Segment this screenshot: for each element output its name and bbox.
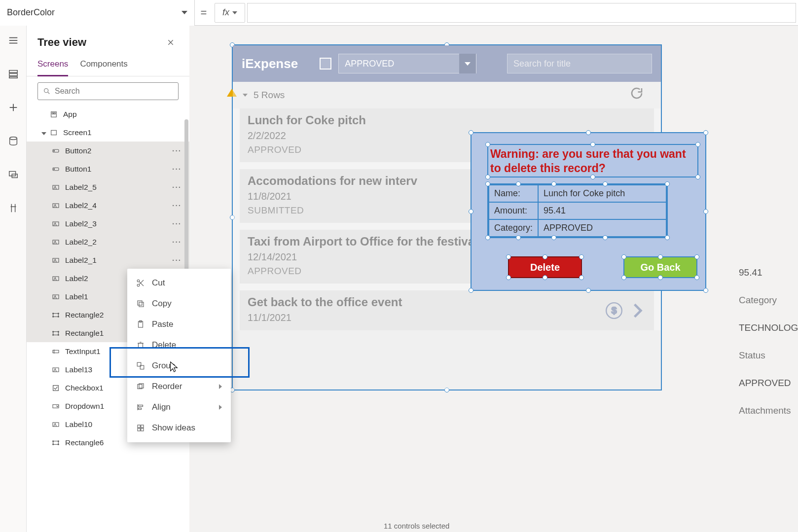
insert-icon[interactable] [3, 98, 23, 117]
more-icon[interactable]: ··· [172, 238, 181, 247]
media-icon[interactable] [3, 165, 23, 184]
svg-rect-76 [138, 301, 142, 305]
tree-item-button1[interactable]: Button1··· [27, 160, 189, 178]
tab-screens[interactable]: Screens [37, 54, 68, 76]
filter-checkbox[interactable] [320, 58, 331, 70]
detail-status-label: Status [739, 350, 798, 361]
chevron-right-icon [219, 384, 222, 389]
svg-line-39 [54, 277, 55, 281]
more-icon[interactable]: ··· [172, 165, 181, 174]
tree-item-label2_5[interactable]: Label2_5··· [27, 178, 189, 196]
chevron-down-icon[interactable] [243, 94, 248, 97]
more-icon[interactable]: ··· [172, 183, 181, 192]
tree-item-label2_2[interactable]: Label2_2··· [27, 233, 189, 251]
svg-rect-79 [139, 343, 143, 348]
svg-point-13 [44, 89, 48, 93]
scissors-icon [136, 279, 145, 287]
tools-icon[interactable] [3, 198, 23, 218]
svg-rect-18 [51, 130, 57, 135]
tree-item-label: Label2 [65, 274, 88, 283]
chevron-down-icon[interactable] [40, 128, 47, 137]
textinput-icon [51, 347, 60, 356]
svg-line-36 [54, 259, 55, 262]
tree-item-label: Label2_4 [65, 201, 97, 210]
tree-item-label2_1[interactable]: Label2_1··· [27, 251, 189, 269]
more-icon[interactable]: ··· [172, 201, 181, 210]
search-placeholder: Search for title [513, 59, 571, 69]
svg-line-42 [54, 295, 55, 299]
more-icon[interactable]: ··· [172, 146, 181, 155]
delete-button[interactable]: Delete [508, 256, 582, 278]
expense-card[interactable]: Get back to the office event11/1/2021$ [240, 290, 654, 330]
app-header: iExpense APPROVED Search for title [233, 45, 661, 82]
tree-item-screen1[interactable]: Screen1 [27, 123, 189, 142]
go-back-button[interactable]: Go Back [623, 256, 697, 278]
tree-item-label2_4[interactable]: Label2_4··· [27, 196, 189, 214]
confirm-dialog[interactable]: Warning: are you sure that you want to d… [471, 132, 706, 291]
tree-item-label: Checkbox1 [65, 384, 104, 392]
ctx-delete-label: Delete [152, 340, 176, 350]
checkbox-icon [51, 384, 60, 392]
svg-point-65 [53, 440, 54, 441]
button-icon [51, 165, 60, 174]
svg-rect-16 [52, 112, 54, 114]
svg-point-8 [9, 137, 17, 140]
tree-item-button2[interactable]: Button2··· [27, 142, 189, 160]
svg-line-43 [55, 295, 57, 299]
tab-components[interactable]: Components [80, 54, 127, 76]
title-search-input[interactable]: Search for title [507, 54, 652, 73]
ctx-delete[interactable]: Delete [127, 335, 231, 355]
tree-scrollbar[interactable] [184, 119, 188, 287]
more-icon[interactable]: ··· [172, 256, 181, 265]
ctx-paste[interactable]: Paste [127, 314, 231, 335]
amount-label: Amount: [489, 202, 538, 219]
refresh-icon[interactable] [629, 86, 644, 101]
dialog-warning-text: Warning: are you sure that you want to d… [490, 147, 693, 176]
copy-icon [136, 299, 145, 308]
canvas[interactable]: iExpense APPROVED Search for title 5 Row… [189, 26, 798, 532]
detail-attachments-label: Attachments [739, 405, 798, 416]
hamburger-icon[interactable] [3, 31, 23, 50]
tree-item-label: Label2_5 [65, 183, 97, 192]
svg-point-50 [53, 331, 54, 332]
ctx-copy[interactable]: Copy [127, 293, 231, 314]
tree-search-field[interactable] [55, 87, 173, 96]
ctx-align[interactable]: Align [127, 397, 231, 418]
property-dropdown-value: BorderColor [7, 7, 55, 18]
data-icon[interactable] [3, 131, 23, 151]
ctx-cut[interactable]: Cut [127, 273, 231, 293]
chevron-right-icon[interactable] [628, 301, 647, 320]
tree-item-label: Button1 [65, 165, 91, 174]
svg-line-34 [55, 241, 57, 244]
fx-label: fx [222, 7, 229, 18]
svg-line-14 [48, 92, 49, 94]
tree-item-app[interactable]: App [27, 105, 189, 123]
more-icon[interactable]: ··· [172, 219, 181, 228]
property-dropdown[interactable]: BorderColor [0, 0, 195, 26]
ctx-show-ideas[interactable]: Show ideas [127, 418, 231, 438]
ctx-reorder[interactable]: Reorder [127, 376, 231, 397]
screen-frame[interactable]: iExpense APPROVED Search for title 5 Row… [232, 44, 662, 390]
search-icon [43, 87, 51, 95]
tree-item-label: Label1 [65, 292, 88, 301]
detail-amount-value: 95.41 [739, 267, 798, 278]
tree-view-icon[interactable] [3, 64, 23, 84]
ideas-icon [136, 424, 145, 432]
status-dropdown[interactable]: APPROVED [338, 54, 476, 73]
status-text: 11 controls selected [384, 522, 449, 530]
tree-item-label2_3[interactable]: Label2_3··· [27, 214, 189, 233]
status-dropdown-value: APPROVED [345, 59, 394, 69]
tree-item-label: TextInput1 [65, 347, 101, 356]
tree-search-input[interactable] [37, 82, 179, 100]
fx-button[interactable]: fx [215, 3, 245, 23]
svg-line-37 [55, 259, 57, 262]
svg-point-67 [53, 444, 54, 445]
label-icon [51, 420, 60, 429]
ctx-copy-label: Copy [152, 299, 172, 309]
equals-label: = [195, 6, 213, 19]
formula-bar-input[interactable] [247, 3, 796, 23]
reorder-icon [136, 382, 145, 391]
category-label: Category: [489, 219, 538, 237]
close-icon[interactable] [163, 35, 179, 50]
ctx-align-label: Align [152, 402, 171, 412]
